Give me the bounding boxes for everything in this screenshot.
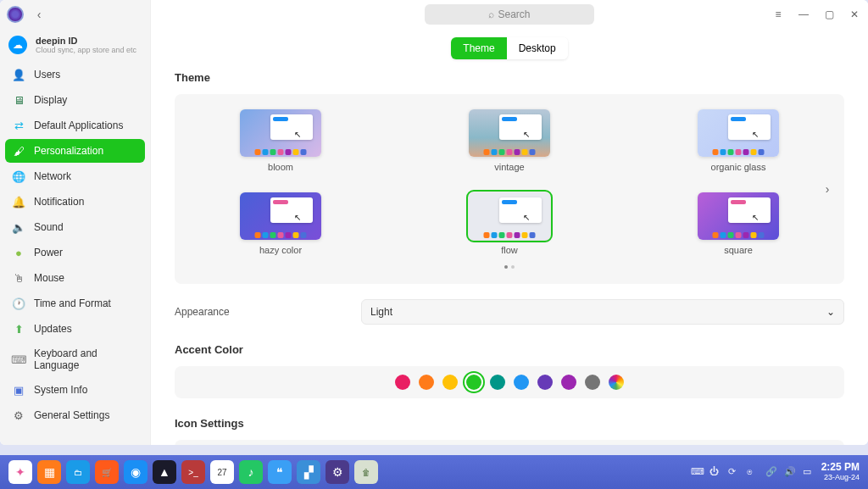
accent-color[interactable]	[514, 375, 529, 390]
sidebar-item-label: Network	[34, 170, 71, 182]
sidebar-item-label: Keyboard and Language	[34, 347, 138, 371]
taskbar: ✦▦🗀🛒◉▲>_27♪❝▞⚙🗑 ⌨ ⏻ ⟳ ⍟ 🔗 🔊 ▭ 2:25 PM 23…	[0, 455, 868, 489]
main-scroll[interactable]: Theme ↖ bloom ↖ vintage ↖ organic glass …	[151, 71, 868, 445]
sidebar-item-updates[interactable]: ⬆Updates	[5, 317, 145, 341]
brush-icon: 🖌	[12, 144, 25, 158]
appearance-select[interactable]: Light ⌄	[361, 299, 844, 325]
accent-panel	[175, 366, 844, 398]
taskbar-app[interactable]: >_	[181, 460, 205, 484]
sidebar-item-mouse[interactable]: 🖱Mouse	[5, 266, 145, 290]
sidebar-item-personalization[interactable]: 🖌Personalization	[5, 139, 145, 163]
taskbar-app[interactable]: ❝	[268, 460, 292, 484]
theme-item-vintage[interactable]: ↖ vintage	[469, 109, 550, 172]
sidebar-item-network[interactable]: 🌐Network	[5, 164, 145, 188]
menu-button[interactable]: ≡	[771, 8, 785, 21]
tray-volume-icon[interactable]: 🔊	[784, 466, 796, 478]
clock[interactable]: 2:25 PM 23-Aug-24	[821, 462, 860, 481]
network-icon: 🌐	[12, 169, 25, 183]
sidebar-item-label: Notification	[34, 196, 84, 208]
tray-screen-icon[interactable]: ▭	[803, 466, 815, 478]
maximize-button[interactable]: ▢	[822, 8, 836, 21]
sidebar-item-users[interactable]: 👤Users	[5, 63, 145, 86]
taskbar-app[interactable]: ◉	[124, 460, 147, 484]
accent-color[interactable]	[395, 375, 410, 390]
taskbar-app[interactable]: ⚙	[326, 460, 349, 484]
sidebar-item-keyboard-and-language[interactable]: ⌨Keyboard and Language	[5, 342, 145, 376]
accent-color[interactable]	[537, 375, 553, 390]
sidebar: ‹ ☁ deepin ID Cloud sync, app store and …	[0, 0, 151, 445]
theme-item-bloom[interactable]: ↖ bloom	[240, 109, 321, 172]
sidebar-item-label: Updates	[34, 323, 72, 335]
sidebar-item-label: General Settings	[34, 409, 109, 421]
theme-label: bloom	[268, 162, 293, 172]
tab-desktop[interactable]: Desktop	[507, 37, 568, 59]
dot[interactable]	[504, 265, 508, 269]
theme-item-flow[interactable]: ↖ flow	[469, 192, 550, 255]
search-input[interactable]: ⌕ Search	[425, 4, 594, 25]
taskbar-app[interactable]: 🗑	[354, 460, 378, 484]
accent-color[interactable]	[490, 375, 505, 390]
deepin-id-item[interactable]: ☁ deepin ID Cloud sync, app store and et…	[0, 29, 150, 61]
theme-thumb: ↖	[240, 192, 321, 240]
sidebar-item-sound[interactable]: 🔈Sound	[5, 215, 145, 239]
settings-window: ‹ ☁ deepin ID Cloud sync, app store and …	[0, 0, 868, 445]
back-button[interactable]: ‹	[31, 6, 47, 23]
icon-theme-row[interactable]: Icon Theme 📁♪🖼▶◉⚙ ›	[175, 440, 844, 445]
theme-label: vintage	[494, 162, 524, 172]
theme-label: hazy color	[259, 245, 302, 255]
sidebar-item-notification[interactable]: 🔔Notification	[5, 190, 145, 214]
sidebar-item-time-and-format[interactable]: 🕐Time and Format	[5, 292, 145, 315]
taskbar-app[interactable]: ▞	[297, 460, 320, 484]
taskbar-app[interactable]: ♪	[239, 460, 263, 484]
appearance-row: Appearance Light ⌄	[175, 299, 844, 325]
theme-label: organic glass	[711, 162, 766, 172]
chevron-down-icon: ⌄	[826, 306, 835, 318]
accent-color[interactable]	[442, 375, 458, 390]
sound-icon: 🔈	[12, 220, 25, 234]
minimize-button[interactable]: —	[797, 8, 810, 21]
theme-item-organic-glass[interactable]: ↖ organic glass	[698, 109, 779, 172]
sidebar-item-display[interactable]: 🖥Display	[5, 88, 145, 112]
taskbar-app[interactable]: ▲	[153, 460, 176, 484]
sidebar-header: ‹	[0, 0, 150, 29]
sidebar-item-general-settings[interactable]: ⚙General Settings	[5, 403, 145, 427]
gear-icon: ⚙	[12, 408, 25, 422]
taskbar-left: ✦▦🗀🛒◉▲>_27♪❝▞⚙🗑	[8, 460, 378, 484]
display-icon: 🖥	[12, 93, 25, 107]
accent-color[interactable]	[561, 375, 576, 390]
tray-user-icon[interactable]: ⍟	[747, 466, 759, 478]
power-icon: ●	[12, 246, 25, 259]
accent-section-title: Accent Color	[175, 343, 844, 356]
theme-thumb: ↖	[698, 192, 779, 240]
tray-power-icon[interactable]: ⏻	[709, 466, 721, 478]
time: 2:25 PM	[821, 462, 860, 473]
accent-color[interactable]	[585, 375, 600, 390]
theme-thumb: ↖	[240, 109, 321, 157]
search-placeholder: Search	[498, 8, 530, 20]
tray-link-icon[interactable]: 🔗	[765, 466, 777, 478]
search-icon: ⌕	[488, 8, 494, 20]
taskbar-app[interactable]: ✦	[8, 460, 32, 484]
taskbar-app[interactable]: 27	[210, 460, 234, 484]
accent-color[interactable]	[419, 375, 434, 390]
tray-keyboard-icon[interactable]: ⌨	[691, 466, 703, 478]
theme-item-hazy-color[interactable]: ↖ hazy color	[240, 192, 321, 255]
taskbar-app[interactable]: 🛒	[95, 460, 119, 484]
taskbar-app[interactable]: 🗀	[66, 460, 90, 484]
theme-next-button[interactable]: ›	[819, 181, 836, 197]
accent-color-custom[interactable]	[609, 375, 624, 390]
page-dots	[200, 265, 819, 269]
close-button[interactable]: ✕	[848, 8, 861, 21]
dot[interactable]	[511, 265, 515, 269]
time-icon: 🕐	[12, 297, 25, 310]
sidebar-item-system-info[interactable]: ▣System Info	[5, 378, 145, 402]
tab-theme[interactable]: Theme	[451, 37, 506, 59]
taskbar-app[interactable]: ▦	[37, 460, 61, 484]
theme-section-title: Theme	[175, 71, 844, 84]
sidebar-item-label: Time and Format	[34, 297, 111, 309]
theme-item-square[interactable]: ↖ square	[698, 192, 779, 255]
accent-color[interactable]	[466, 375, 481, 390]
sidebar-item-default-applications[interactable]: ⇄Default Applications	[5, 114, 145, 137]
sidebar-item-power[interactable]: ●Power	[5, 241, 145, 264]
tray-refresh-icon[interactable]: ⟳	[728, 466, 740, 478]
